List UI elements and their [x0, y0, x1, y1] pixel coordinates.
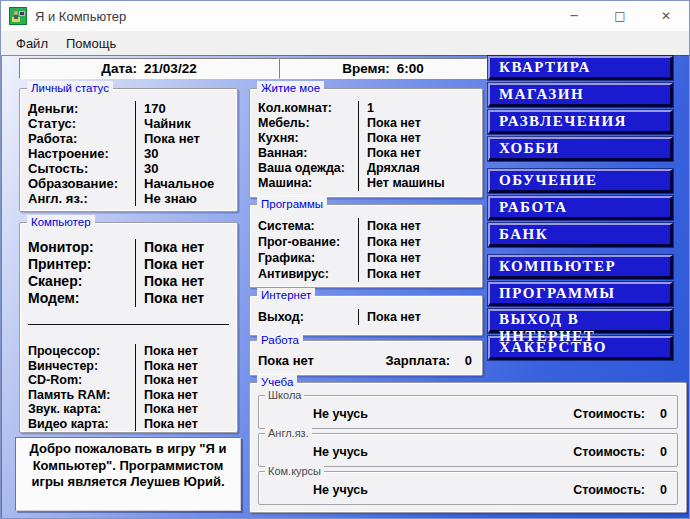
- internet-label: Выход:: [258, 309, 358, 325]
- life-row: Кухня:Пока нет: [258, 131, 476, 146]
- cost-value: 0: [645, 483, 667, 497]
- component-value: Пока нет: [135, 359, 231, 374]
- divider-line: [28, 324, 229, 325]
- component-label: CD-Rom:: [28, 373, 135, 388]
- life-value: Дряхлая: [358, 161, 476, 176]
- nav-button-programs[interactable]: ПРОГРАММЫ: [488, 282, 673, 306]
- life-row: Машина:Нет машины: [258, 176, 476, 191]
- program-value: Пока нет: [358, 250, 476, 266]
- study-panel: Учеба Школа Не учусь Стоимость: 0 Англ.я…: [249, 382, 687, 513]
- component-value: Пока нет: [135, 344, 231, 359]
- cost-label: Стоимость:: [573, 483, 645, 497]
- stat-value: Чайник: [135, 116, 231, 131]
- nav-button-hacking[interactable]: ХАКЕРСТВО: [488, 336, 673, 360]
- window-controls: ─ □ ✕: [551, 1, 689, 31]
- section-title: Школа: [265, 389, 304, 402]
- stat-row: Работа:Пока нет: [28, 131, 231, 146]
- program-label: Графика:: [258, 250, 358, 266]
- component-value: Пока нет: [135, 388, 231, 403]
- nav-button-bank[interactable]: БАНК: [488, 223, 673, 247]
- program-label: Система:: [258, 218, 358, 234]
- stat-label: Англ. яз.:: [28, 191, 135, 206]
- study-section-english: Англ.яз. Не учусь Стоимость: 0: [258, 433, 678, 467]
- program-label: Антивирус:: [258, 266, 358, 282]
- component-row: Процессор:Пока нет: [28, 344, 231, 359]
- stat-label: Работа:: [28, 131, 135, 146]
- component-label: Видео карта:: [28, 417, 135, 432]
- life-label: Ваша одежда:: [258, 161, 358, 176]
- nav-button-work[interactable]: РАБОТА: [488, 196, 673, 220]
- component-row: CD-Rom:Пока нет: [28, 373, 231, 388]
- device-row: Монитор:Пока нет: [28, 239, 231, 256]
- component-value: Пока нет: [135, 373, 231, 388]
- maximize-button[interactable]: □: [597, 1, 643, 31]
- minimize-button[interactable]: ─: [551, 1, 597, 31]
- stat-row: Деньги:170: [28, 101, 231, 116]
- nav-button-apartment[interactable]: КВАРТИРА: [488, 56, 673, 80]
- panel-title: Учеба: [257, 375, 297, 389]
- section-row: Не учусь Стоимость: 0: [269, 445, 667, 459]
- device-value: Пока нет: [135, 256, 231, 273]
- study-section-school: Школа Не учусь Стоимость: 0: [258, 395, 678, 429]
- panel-title: Интернет: [257, 288, 315, 302]
- program-row: Графика:Пока нет: [258, 250, 476, 266]
- nav-button-internet-access[interactable]: ВЫХОД В ИНТЕРНЕТ: [488, 309, 673, 333]
- stat-label: Настроение:: [28, 146, 135, 161]
- stat-row: Статус:Чайник: [28, 116, 231, 131]
- nav-button-entertainment[interactable]: РАЗВЛЕЧЕНИЯ: [488, 110, 673, 134]
- component-row: Видео карта:Пока нет: [28, 417, 231, 432]
- panel-title: Компьютер: [27, 215, 95, 229]
- stat-row: Настроение:30: [28, 146, 231, 161]
- nav-button-hobby[interactable]: ХОББИ: [488, 137, 673, 161]
- menu-file[interactable]: Файл: [7, 34, 57, 53]
- internet-row: Выход:Пока нет: [258, 309, 476, 325]
- title-bar[interactable]: Я и Компьютер ─ □ ✕: [1, 1, 689, 31]
- device-value: Пока нет: [135, 239, 231, 256]
- stat-value: Начальное: [135, 176, 231, 191]
- stat-label: Деньги:: [28, 101, 135, 116]
- device-value: Пока нет: [135, 273, 231, 290]
- close-button[interactable]: ✕: [643, 1, 689, 31]
- computer-panel: Компьютер Монитор:Пока нет Принтер:Пока …: [19, 222, 238, 433]
- study-status: Не учусь: [313, 407, 368, 421]
- life-label: Ванная:: [258, 146, 358, 161]
- menu-help[interactable]: Помощь: [57, 34, 125, 53]
- study-status: Не учусь: [313, 483, 368, 497]
- program-row: Система:Пока нет: [258, 218, 476, 234]
- nav-button-education[interactable]: ОБУЧЕНИЕ: [488, 169, 673, 193]
- life-label: Кухня:: [258, 131, 358, 146]
- component-row: Звук. карта:Пока нет: [28, 402, 231, 417]
- program-row: Антивирус:Пока нет: [258, 266, 476, 282]
- program-value: Пока нет: [358, 218, 476, 234]
- time-bar: Время: 6:00: [279, 58, 487, 79]
- device-label: Принтер:: [28, 256, 135, 273]
- stat-row: Образование:Начальное: [28, 176, 231, 191]
- life-label: Кол.комнат:: [258, 101, 358, 116]
- window-title: Я и Компьютер: [35, 9, 126, 24]
- app-window: Я и Компьютер ─ □ ✕ Файл Помощь Дата: 21…: [0, 0, 690, 519]
- nav-button-computer[interactable]: КОМПЬЮТЕР: [488, 255, 673, 279]
- job-panel: Работа Пока нет Зарплата: 0: [249, 340, 483, 376]
- date-label: Дата:: [101, 61, 137, 76]
- panel-title: Работа: [257, 333, 303, 347]
- internet-panel: Интернет Выход:Пока нет: [249, 295, 483, 336]
- nav-button-shop[interactable]: МАГАЗИН: [488, 83, 673, 107]
- device-row: Сканер:Пока нет: [28, 273, 231, 290]
- life-label: Машина:: [258, 176, 358, 191]
- section-row: Не учусь Стоимость: 0: [269, 407, 667, 421]
- cost-value: 0: [645, 445, 667, 459]
- cost-label: Стоимость:: [573, 445, 645, 459]
- section-title: Англ.яз.: [265, 427, 312, 440]
- device-value: Пока нет: [135, 290, 231, 307]
- life-value: 1: [358, 101, 476, 116]
- device-row: Модем:Пока нет: [28, 290, 231, 307]
- stat-value: 30: [135, 161, 231, 176]
- job-status: Пока нет: [258, 353, 314, 368]
- life-row: Кол.комнат:1: [258, 101, 476, 116]
- component-label: Процессор:: [28, 344, 135, 359]
- panel-title: Житие мое: [257, 81, 324, 95]
- stat-label: Сытость:: [28, 161, 135, 176]
- life-value: Пока нет: [358, 146, 476, 161]
- life-value: Пока нет: [358, 131, 476, 146]
- date-bar: Дата: 21/03/22: [19, 58, 279, 79]
